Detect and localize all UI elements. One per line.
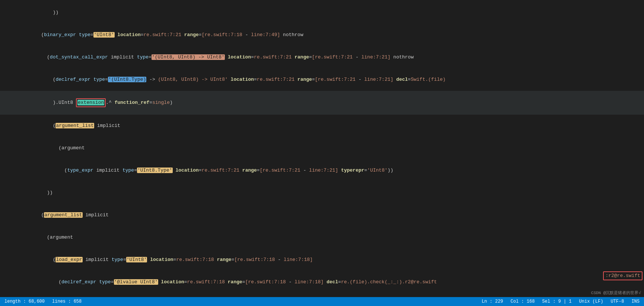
ln-info: Ln : 229 — [482, 299, 503, 304]
sel-info: Sel : 9 | 1 — [542, 299, 571, 304]
status-right: Ln : 229 Col : 168 Sel : 9 | 1 Unix (LF)… — [482, 299, 640, 304]
lines-info: lines : 658 — [52, 299, 82, 304]
code-line: (argument — [0, 226, 644, 249]
line-ending: Unix (LF) — [579, 299, 603, 304]
length-info: length : 68,600 — [4, 299, 45, 304]
code-line: (load_expr implicit type='UInt8' locatio… — [0, 249, 644, 271]
col-info: Col : 168 — [511, 299, 535, 304]
code-line: :4:17 function_ref=unapplied))) — [0, 293, 644, 297]
code-line: )) — [0, 1, 644, 24]
code-line: (argument_list implicit — [0, 204, 644, 226]
code-line: (type_expr implicit type='UInt8.Type' lo… — [0, 159, 644, 182]
watermark: CSDN @沉默是猪者的世界√ — [591, 290, 641, 296]
code-area[interactable]: )) (binary_expr type='UInt8' location=re… — [0, 0, 644, 297]
code-line: (declref_expr type='(UInt8.Type) -> (UIn… — [0, 68, 644, 91]
red-box-overflow: :r2@re.swift — [603, 271, 643, 280]
code-line: (dot_syntax_call_expr implicit type='(UI… — [0, 46, 644, 68]
editor: )) (binary_expr type='UInt8' location=re… — [0, 0, 644, 306]
extension-box: extension — [76, 98, 106, 107]
code-line: )) — [0, 182, 644, 204]
code-line: (argument — [0, 137, 644, 159]
code-line: (binary_expr type='UInt8' location=re.sw… — [0, 24, 644, 46]
code-line: (argument_list implicit — [0, 115, 644, 137]
code-line: ).UInt8 extension.^ function_ref=single) — [0, 91, 644, 115]
mode: INS — [631, 299, 640, 304]
code-line: (declref_expr type='@lvalue UInt8' locat… — [0, 271, 644, 293]
encoding: UTF-8 — [610, 299, 624, 304]
status-bar: length : 68,600 lines : 658 Ln : 229 Col… — [0, 297, 644, 306]
